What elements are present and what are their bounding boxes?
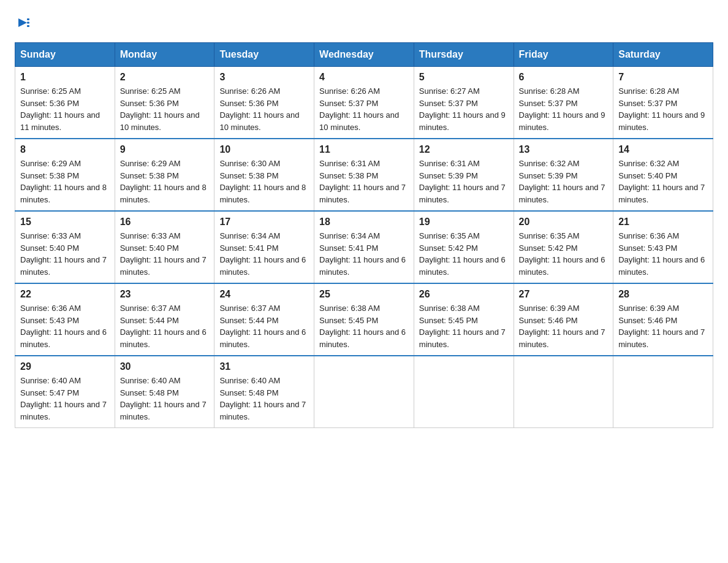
day-info: Sunrise: 6:29 AM Sunset: 5:38 PM Dayligh… xyxy=(20,158,110,205)
day-cell: 12 Sunrise: 6:31 AM Sunset: 5:39 PM Dayl… xyxy=(414,139,514,211)
day-number: 8 xyxy=(20,144,110,155)
day-cell: 10 Sunrise: 6:30 AM Sunset: 5:38 PM Dayl… xyxy=(214,139,314,211)
svg-rect-1 xyxy=(27,18,29,20)
day-header-monday: Monday xyxy=(115,43,214,67)
calendar-table: SundayMondayTuesdayWednesdayThursdayFrid… xyxy=(15,42,713,428)
day-number: 2 xyxy=(120,72,210,83)
day-info: Sunrise: 6:31 AM Sunset: 5:38 PM Dayligh… xyxy=(319,158,409,205)
day-cell: 7 Sunrise: 6:28 AM Sunset: 5:37 PM Dayli… xyxy=(613,67,713,139)
day-cell: 4 Sunrise: 6:26 AM Sunset: 5:37 PM Dayli… xyxy=(314,67,414,139)
day-number: 26 xyxy=(419,289,509,300)
day-info: Sunrise: 6:34 AM Sunset: 5:41 PM Dayligh… xyxy=(219,230,309,278)
week-row-3: 15 Sunrise: 6:33 AM Sunset: 5:40 PM Dayl… xyxy=(15,211,713,283)
day-info: Sunrise: 6:36 AM Sunset: 5:43 PM Dayligh… xyxy=(618,230,708,278)
day-info: Sunrise: 6:38 AM Sunset: 5:45 PM Dayligh… xyxy=(419,302,509,350)
day-info: Sunrise: 6:30 AM Sunset: 5:38 PM Dayligh… xyxy=(219,158,309,205)
logo xyxy=(15,15,31,30)
day-cell: 15 Sunrise: 6:33 AM Sunset: 5:40 PM Dayl… xyxy=(15,211,115,283)
day-number: 15 xyxy=(20,216,110,228)
day-cell: 9 Sunrise: 6:29 AM Sunset: 5:38 PM Dayli… xyxy=(115,139,214,211)
svg-rect-2 xyxy=(27,22,29,24)
day-number: 17 xyxy=(219,216,309,228)
day-info: Sunrise: 6:33 AM Sunset: 5:40 PM Dayligh… xyxy=(20,230,110,278)
day-header-wednesday: Wednesday xyxy=(314,43,414,67)
day-header-tuesday: Tuesday xyxy=(214,43,314,67)
day-info: Sunrise: 6:39 AM Sunset: 5:46 PM Dayligh… xyxy=(618,302,708,350)
day-info: Sunrise: 6:26 AM Sunset: 5:37 PM Dayligh… xyxy=(319,85,409,133)
day-cell: 26 Sunrise: 6:38 AM Sunset: 5:45 PM Dayl… xyxy=(414,283,514,356)
day-info: Sunrise: 6:32 AM Sunset: 5:39 PM Dayligh… xyxy=(519,158,609,205)
day-number: 12 xyxy=(419,144,509,155)
day-number: 30 xyxy=(120,361,210,372)
day-number: 6 xyxy=(519,72,609,83)
day-cell: 20 Sunrise: 6:35 AM Sunset: 5:42 PM Dayl… xyxy=(514,211,613,283)
day-cell: 23 Sunrise: 6:37 AM Sunset: 5:44 PM Dayl… xyxy=(115,283,214,356)
header-row: SundayMondayTuesdayWednesdayThursdayFrid… xyxy=(15,43,713,67)
day-info: Sunrise: 6:40 AM Sunset: 5:48 PM Dayligh… xyxy=(120,375,210,423)
day-header-friday: Friday xyxy=(514,43,613,67)
day-number: 22 xyxy=(20,289,110,300)
week-row-1: 1 Sunrise: 6:25 AM Sunset: 5:36 PM Dayli… xyxy=(15,67,713,139)
day-info: Sunrise: 6:33 AM Sunset: 5:40 PM Dayligh… xyxy=(120,230,210,278)
day-cell xyxy=(613,356,713,428)
day-number: 31 xyxy=(219,361,309,372)
day-info: Sunrise: 6:39 AM Sunset: 5:46 PM Dayligh… xyxy=(519,302,609,350)
day-info: Sunrise: 6:26 AM Sunset: 5:36 PM Dayligh… xyxy=(219,85,309,133)
day-header-thursday: Thursday xyxy=(414,43,514,67)
day-cell: 13 Sunrise: 6:32 AM Sunset: 5:39 PM Dayl… xyxy=(514,139,613,211)
day-number: 13 xyxy=(519,144,609,155)
day-number: 18 xyxy=(319,216,409,228)
logo-icon xyxy=(17,16,31,29)
day-number: 20 xyxy=(519,216,609,228)
day-cell xyxy=(514,356,613,428)
day-number: 23 xyxy=(120,289,210,300)
day-number: 9 xyxy=(120,144,210,155)
day-cell: 17 Sunrise: 6:34 AM Sunset: 5:41 PM Dayl… xyxy=(214,211,314,283)
day-number: 19 xyxy=(419,216,509,228)
day-header-saturday: Saturday xyxy=(613,43,713,67)
svg-rect-3 xyxy=(27,25,29,27)
day-cell: 21 Sunrise: 6:36 AM Sunset: 5:43 PM Dayl… xyxy=(613,211,713,283)
day-info: Sunrise: 6:40 AM Sunset: 5:47 PM Dayligh… xyxy=(20,375,110,423)
day-number: 11 xyxy=(319,144,409,155)
week-row-5: 29 Sunrise: 6:40 AM Sunset: 5:47 PM Dayl… xyxy=(15,356,713,428)
day-number: 1 xyxy=(20,72,110,83)
day-cell: 8 Sunrise: 6:29 AM Sunset: 5:38 PM Dayli… xyxy=(15,139,115,211)
day-info: Sunrise: 6:25 AM Sunset: 5:36 PM Dayligh… xyxy=(20,85,110,133)
day-number: 28 xyxy=(618,289,708,300)
day-number: 21 xyxy=(618,216,708,228)
day-info: Sunrise: 6:32 AM Sunset: 5:40 PM Dayligh… xyxy=(618,158,708,205)
day-number: 27 xyxy=(519,289,609,300)
day-info: Sunrise: 6:36 AM Sunset: 5:43 PM Dayligh… xyxy=(20,302,110,350)
day-cell: 3 Sunrise: 6:26 AM Sunset: 5:36 PM Dayli… xyxy=(214,67,314,139)
day-info: Sunrise: 6:27 AM Sunset: 5:37 PM Dayligh… xyxy=(419,85,509,133)
day-cell: 22 Sunrise: 6:36 AM Sunset: 5:43 PM Dayl… xyxy=(15,283,115,356)
day-cell: 28 Sunrise: 6:39 AM Sunset: 5:46 PM Dayl… xyxy=(613,283,713,356)
day-cell: 1 Sunrise: 6:25 AM Sunset: 5:36 PM Dayli… xyxy=(15,67,115,139)
day-number: 24 xyxy=(219,289,309,300)
day-header-sunday: Sunday xyxy=(15,43,115,67)
day-cell xyxy=(414,356,514,428)
day-cell: 25 Sunrise: 6:38 AM Sunset: 5:45 PM Dayl… xyxy=(314,283,414,356)
day-info: Sunrise: 6:31 AM Sunset: 5:39 PM Dayligh… xyxy=(419,158,509,205)
day-number: 3 xyxy=(219,72,309,83)
day-number: 10 xyxy=(219,144,309,155)
day-cell: 31 Sunrise: 6:40 AM Sunset: 5:48 PM Dayl… xyxy=(214,356,314,428)
day-number: 25 xyxy=(319,289,409,300)
day-cell xyxy=(314,356,414,428)
day-info: Sunrise: 6:28 AM Sunset: 5:37 PM Dayligh… xyxy=(618,85,708,133)
week-row-2: 8 Sunrise: 6:29 AM Sunset: 5:38 PM Dayli… xyxy=(15,139,713,211)
day-info: Sunrise: 6:40 AM Sunset: 5:48 PM Dayligh… xyxy=(219,375,309,423)
day-cell: 16 Sunrise: 6:33 AM Sunset: 5:40 PM Dayl… xyxy=(115,211,214,283)
day-info: Sunrise: 6:38 AM Sunset: 5:45 PM Dayligh… xyxy=(319,302,409,350)
day-cell: 6 Sunrise: 6:28 AM Sunset: 5:37 PM Dayli… xyxy=(514,67,613,139)
day-cell: 30 Sunrise: 6:40 AM Sunset: 5:48 PM Dayl… xyxy=(115,356,214,428)
day-cell: 29 Sunrise: 6:40 AM Sunset: 5:47 PM Dayl… xyxy=(15,356,115,428)
day-info: Sunrise: 6:37 AM Sunset: 5:44 PM Dayligh… xyxy=(120,302,210,350)
day-info: Sunrise: 6:29 AM Sunset: 5:38 PM Dayligh… xyxy=(120,158,210,205)
day-cell: 5 Sunrise: 6:27 AM Sunset: 5:37 PM Dayli… xyxy=(414,67,514,139)
day-info: Sunrise: 6:25 AM Sunset: 5:36 PM Dayligh… xyxy=(120,85,210,133)
day-info: Sunrise: 6:35 AM Sunset: 5:42 PM Dayligh… xyxy=(419,230,509,278)
day-cell: 2 Sunrise: 6:25 AM Sunset: 5:36 PM Dayli… xyxy=(115,67,214,139)
day-cell: 24 Sunrise: 6:37 AM Sunset: 5:44 PM Dayl… xyxy=(214,283,314,356)
